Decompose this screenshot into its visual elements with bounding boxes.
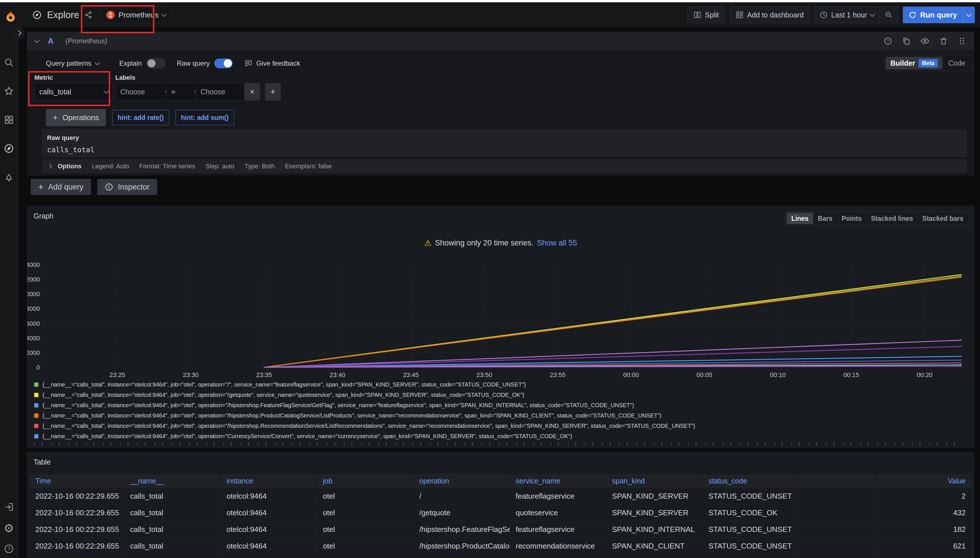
time-range-picker[interactable]: Last 1 hour bbox=[814, 7, 879, 23]
toggle-visibility-eye-icon[interactable] bbox=[920, 36, 929, 46]
table-panel: Table Time __name__ instance job operati… bbox=[27, 452, 974, 558]
legend-item[interactable]: {__name__="calls_total", instance="otelc… bbox=[27, 431, 974, 441]
query-patterns-dropdown[interactable]: Query patterns bbox=[46, 59, 99, 67]
run-query-dropdown[interactable] bbox=[963, 7, 975, 23]
info-icon bbox=[105, 183, 113, 191]
give-feedback-label: Give feedback bbox=[256, 59, 300, 67]
dashboards-icon[interactable] bbox=[4, 115, 14, 125]
query-help-icon[interactable]: ? bbox=[884, 37, 892, 45]
svg-text:0: 0 bbox=[36, 364, 40, 371]
col-name[interactable]: __name__ bbox=[124, 474, 220, 488]
give-feedback-link[interactable]: Give feedback bbox=[244, 59, 300, 68]
svg-text:00:05: 00:05 bbox=[697, 371, 712, 378]
raw-query-title: Raw query bbox=[47, 134, 967, 142]
svg-text:6000: 6000 bbox=[27, 320, 40, 327]
starred-icon[interactable] bbox=[4, 86, 14, 96]
option-type: Type: Both bbox=[245, 162, 275, 170]
delete-query-trash-icon[interactable] bbox=[939, 37, 948, 45]
table-row[interactable]: 2022-10-16 00:22:29.655calls_totalotelco… bbox=[30, 538, 972, 555]
raw-query-text: calls_total bbox=[47, 146, 967, 154]
col-value[interactable]: Value bbox=[875, 474, 972, 488]
legend-item[interactable]: {__name__="calls_total", instance="otelc… bbox=[27, 421, 974, 431]
remove-label-button[interactable]: × bbox=[245, 83, 260, 100]
svg-text:00:00: 00:00 bbox=[623, 371, 639, 378]
svg-text:4000: 4000 bbox=[27, 335, 40, 342]
col-instance[interactable]: instance bbox=[220, 474, 317, 488]
table-row[interactable]: 2022-10-16 00:22:29.655calls_totalotelco… bbox=[30, 488, 972, 505]
sign-in-icon[interactable] bbox=[4, 502, 14, 512]
help-icon[interactable]: ? bbox=[4, 544, 14, 554]
run-query-button[interactable]: Run query bbox=[903, 7, 975, 23]
svg-text:23:45: 23:45 bbox=[403, 371, 419, 378]
explain-toggle[interactable] bbox=[146, 58, 165, 69]
zoom-out-button[interactable] bbox=[879, 7, 898, 23]
datasource-picker[interactable]: Prometheus bbox=[100, 7, 171, 23]
col-span-kind[interactable]: span_kind bbox=[606, 474, 702, 488]
add-label-button[interactable]: + bbox=[265, 83, 281, 100]
query-row-header[interactable]: A (Prometheus) ? bbox=[27, 31, 974, 51]
alerting-bell-icon[interactable] bbox=[4, 172, 14, 182]
add-query-label: Add query bbox=[48, 183, 84, 192]
editor-mode-switch: Builder Beta Code bbox=[885, 55, 973, 71]
operations-button[interactable]: + Operations bbox=[46, 109, 106, 126]
table-row[interactable]: 2022-10-16 00:22:29.655calls_totalotelco… bbox=[30, 555, 972, 558]
legend-item[interactable]: {__name__="calls_total", instance="otelc… bbox=[27, 390, 974, 400]
drag-handle-icon[interactable] bbox=[958, 37, 966, 45]
series-swatch bbox=[34, 403, 38, 407]
svg-text:14000: 14000 bbox=[27, 261, 40, 268]
legend-item[interactable]: {__name__="calls_total", instance="otelc… bbox=[27, 410, 974, 421]
add-query-button[interactable]: + Add query bbox=[31, 179, 91, 195]
svg-text:23:40: 23:40 bbox=[330, 371, 345, 378]
col-service-name[interactable]: service_name bbox=[510, 474, 606, 488]
share-icon[interactable] bbox=[84, 11, 92, 19]
raw-query-toggle[interactable] bbox=[214, 59, 233, 68]
close-icon: × bbox=[250, 87, 255, 96]
svg-text:23:35: 23:35 bbox=[256, 371, 272, 378]
col-time[interactable]: Time bbox=[30, 474, 124, 488]
options-title: Options bbox=[58, 162, 82, 170]
time-series-chart[interactable]: 23:2523:3023:3523:4023:4523:5023:5500:00… bbox=[27, 206, 974, 378]
add-to-dashboard-button[interactable]: Add to dashboard bbox=[730, 7, 810, 23]
metric-label: Metric bbox=[35, 74, 53, 81]
prometheus-icon bbox=[106, 10, 115, 20]
clock-icon bbox=[820, 11, 828, 19]
col-status-code[interactable]: status_code bbox=[702, 474, 799, 488]
metric-select[interactable]: calls_total bbox=[35, 83, 113, 100]
explain-label: Explain bbox=[119, 59, 142, 67]
raw-query-preview: Raw query calls_total bbox=[42, 129, 967, 157]
dashboard-grid-icon bbox=[735, 11, 743, 19]
top-navbar: Explore Prometheus Split Add to dashboar… bbox=[0, 2, 980, 28]
table-panel-title: Table bbox=[34, 458, 51, 466]
svg-text:8000: 8000 bbox=[27, 305, 40, 312]
series-swatch bbox=[34, 382, 38, 387]
labels-label: Labels bbox=[115, 74, 135, 81]
series-swatch bbox=[34, 424, 38, 428]
option-exemplars: Exemplars: false bbox=[285, 162, 332, 170]
query-options-bar[interactable]: Options Legend: Auto Format: Time series… bbox=[42, 159, 967, 173]
search-icon[interactable] bbox=[4, 57, 14, 68]
time-picker-group: Last 1 hour bbox=[814, 7, 898, 23]
label-operator-value: = bbox=[171, 88, 176, 96]
graph-legend: {__name__="calls_total", instance="otelc… bbox=[27, 379, 974, 445]
legend-item[interactable]: {__name__="calls_total", instance="otelc… bbox=[27, 400, 974, 410]
table-header-row: Time __name__ instance job operation ser… bbox=[30, 474, 972, 488]
tab-code[interactable]: Code bbox=[942, 59, 971, 67]
operations-row: + Operations hint: add rate() hint: add … bbox=[46, 109, 234, 126]
settings-gear-icon[interactable]: ⚙ bbox=[4, 522, 14, 534]
label-key-select[interactable]: Choose bbox=[115, 83, 174, 100]
table-row[interactable]: 2022-10-16 00:22:29.655calls_totalotelco… bbox=[30, 505, 972, 521]
hint-add-rate-button[interactable]: hint: add rate() bbox=[112, 110, 169, 125]
split-button[interactable]: Split bbox=[687, 7, 725, 23]
sidebar: ⚙ ? bbox=[0, 28, 18, 558]
hint-add-sum-button[interactable]: hint: add sum() bbox=[176, 110, 234, 125]
explore-icon[interactable] bbox=[4, 143, 14, 154]
grafana-logo-icon[interactable] bbox=[4, 10, 17, 23]
legend-item[interactable]: {__name__="calls_total", instance="otelc… bbox=[27, 379, 974, 390]
table-row[interactable]: 2022-10-16 00:22:29.655calls_totalotelco… bbox=[30, 521, 972, 538]
sidebar-expand-button[interactable] bbox=[13, 27, 25, 39]
copy-query-icon[interactable] bbox=[902, 37, 911, 45]
tab-builder[interactable]: Builder Beta bbox=[886, 57, 942, 69]
col-job[interactable]: job bbox=[317, 474, 413, 488]
inspector-button[interactable]: Inspector bbox=[97, 179, 157, 195]
col-operation[interactable]: operation bbox=[413, 474, 510, 488]
